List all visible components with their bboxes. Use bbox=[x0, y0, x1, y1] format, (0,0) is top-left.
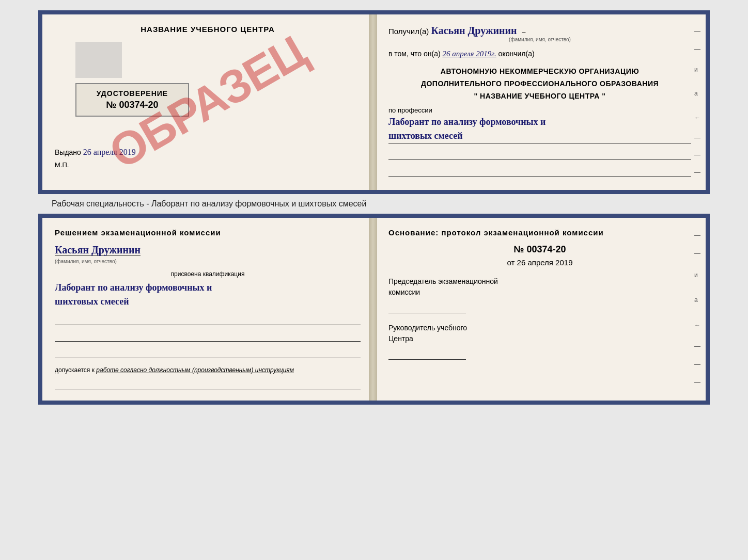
predsedatel-label: Председатель экзаменационной комиссии bbox=[388, 276, 691, 298]
dopuskaetsya-line: допускается к работе согласно должностны… bbox=[55, 366, 361, 374]
udostoverenie-num: № 00374-20 bbox=[85, 100, 180, 110]
underline1 bbox=[388, 149, 691, 160]
name-sublabel: (фамилия, имя, отчество) bbox=[388, 37, 691, 42]
rukovoditel-sign-line bbox=[388, 348, 466, 360]
side-dash-2 bbox=[694, 49, 700, 50]
mp-label: М.П. bbox=[55, 161, 361, 169]
udostoverenie-label: УДОСТОВЕРЕНИЕ bbox=[85, 89, 180, 98]
dopusk-text: работе согласно должностным (производств… bbox=[96, 366, 294, 374]
vydano-text: Выдано bbox=[55, 148, 81, 156]
side-dash-4 bbox=[694, 155, 700, 155]
predsedatel-line2: комиссии bbox=[388, 288, 420, 296]
top-left-title: НАЗВАНИЕ УЧЕБНОГО ЦЕНТРА bbox=[55, 25, 361, 34]
side-dash-b3 bbox=[694, 346, 700, 347]
side-dash-1 bbox=[694, 31, 700, 32]
prof-line2: шихтовых смесей bbox=[388, 131, 463, 141]
name-handwrite: Касьян Дружинин bbox=[431, 25, 517, 36]
side-label-arrow: ← bbox=[694, 114, 700, 121]
specialty-line: Рабочая специальность - Лаборант по анал… bbox=[52, 199, 366, 209]
document-container: НАЗВАНИЕ УЧЕБНОГО ЦЕНТРА УДОСТОВЕРЕНИЕ №… bbox=[10, 10, 738, 405]
vtom-prefix: в том, что он(а) bbox=[388, 50, 441, 58]
side-dash-b1 bbox=[694, 235, 700, 236]
bottom-underline2 bbox=[55, 330, 361, 342]
rukovoditel-line2: Центра bbox=[388, 334, 413, 343]
side-label-a: а bbox=[694, 90, 700, 97]
side-label-b-arrow: ← bbox=[694, 322, 700, 329]
ot-date-val: 26 апреля 2019 bbox=[517, 258, 573, 267]
ot-prefix: от bbox=[507, 258, 515, 267]
side-label-b-i: и bbox=[694, 271, 700, 279]
side-dash-b5 bbox=[694, 382, 700, 383]
protocol-num: № 00374-20 bbox=[388, 244, 691, 255]
familiya-label-bottom: (фамилия, имя, отчество) bbox=[55, 259, 117, 264]
resheniem-title: Решением экзаменационной комиссии bbox=[55, 228, 361, 237]
bottom-underline1 bbox=[55, 314, 361, 325]
vtom-line: в том, что он(а) 26 апреля 2019г. окончи… bbox=[388, 50, 691, 58]
underline2 bbox=[388, 165, 691, 177]
dopuskaetsya-text: допускается к bbox=[55, 366, 95, 374]
poluchil-text: Получил(а) bbox=[388, 27, 429, 36]
cert-bottom-left: Решением экзаменационной комиссии Касьян… bbox=[42, 218, 374, 401]
predsedatel-sign-line bbox=[388, 302, 466, 313]
vydano-date: 26 апреля 2019 bbox=[83, 148, 136, 156]
ot-date: от 26 апреля 2019 bbox=[388, 258, 691, 267]
side-dash-3 bbox=[694, 138, 700, 138]
dash-after-name: – bbox=[522, 28, 526, 36]
side-dashes-top: и а ← bbox=[694, 25, 700, 180]
org-block: АВТОНОМНУЮ НЕКОММЕРЧЕСКУЮ ОРГАНИЗАЦИЮ ДО… bbox=[388, 66, 691, 102]
cert-top-left: НАЗВАНИЕ УЧЕБНОГО ЦЕНТРА УДОСТОВЕРЕНИЕ №… bbox=[42, 14, 374, 190]
photo-placeholder bbox=[75, 42, 122, 78]
osnovanie-title: Основание: протокол экзаменационной коми… bbox=[388, 228, 691, 237]
bottom-name-block: Касьян Дружинин (фамилия, имя, отчество) bbox=[55, 244, 361, 265]
side-dash-b2 bbox=[694, 253, 700, 254]
side-label-i: и bbox=[694, 66, 700, 73]
kvalif-handwrite: Лаборант по анализу формовочных и шихтов… bbox=[55, 282, 212, 307]
cert-bottom-right: Основание: протокол экзаменационной коми… bbox=[374, 218, 706, 401]
vydano-line: Выдано 26 апреля 2019 bbox=[55, 148, 361, 157]
bottom-underline4 bbox=[55, 379, 361, 390]
rukovoditel-label: Руководитель учебного Центра bbox=[388, 323, 691, 344]
kvalif-block: Лаборант по анализу формовочных и шихтов… bbox=[55, 281, 361, 309]
prisvoena-label: присвоена квалификация bbox=[55, 270, 361, 278]
vtom-date: 26 апреля 2019г. bbox=[443, 50, 496, 58]
poluchil-line: Получил(а) Касьян Дружинин – (фамилия, и… bbox=[388, 25, 691, 42]
predsedatel-line1: Председатель экзаменационной bbox=[388, 277, 498, 285]
side-dash-5 bbox=[694, 172, 700, 173]
po-professii: по профессии bbox=[388, 106, 691, 114]
cert-bottom: Решением экзаменационной комиссии Касьян… bbox=[38, 214, 710, 405]
side-label-b-a: а bbox=[694, 296, 700, 303]
prof-line1: Лаборант по анализу формовочных и bbox=[388, 117, 546, 127]
org-line1: АВТОНОМНУЮ НЕКОММЕРЧЕСКУЮ ОРГАНИЗАЦИЮ bbox=[388, 66, 691, 78]
cert-top-right: Получил(а) Касьян Дружинин – (фамилия, и… bbox=[374, 14, 706, 190]
prof-handwrite: Лаборант по анализу формовочных и шихтов… bbox=[388, 115, 691, 143]
org-line2: ДОПОЛНИТЕЛЬНОГО ПРОФЕССИОНАЛЬНОГО ОБРАЗО… bbox=[388, 78, 691, 90]
rukovoditel-line1: Руководитель учебного bbox=[388, 324, 467, 332]
kvalif-line2: шихтовых смесей bbox=[55, 296, 129, 307]
cert-top: НАЗВАНИЕ УЧЕБНОГО ЦЕНТРА УДОСТОВЕРЕНИЕ №… bbox=[38, 10, 710, 194]
org-line3: " НАЗВАНИЕ УЧЕБНОГО ЦЕНТРА " bbox=[388, 90, 691, 103]
side-dashes-bottom: и а ← bbox=[694, 228, 700, 390]
bottom-underline3 bbox=[55, 347, 361, 358]
kasyan-name-bottom: Касьян Дружинин bbox=[55, 244, 141, 256]
udostoverenie-box: УДОСТОВЕРЕНИЕ № 00374-20 bbox=[75, 83, 189, 117]
okonchil: окончил(а) bbox=[498, 50, 535, 58]
kvalif-line1: Лаборант по анализу формовочных и bbox=[55, 282, 212, 293]
side-dash-b4 bbox=[694, 364, 700, 365]
